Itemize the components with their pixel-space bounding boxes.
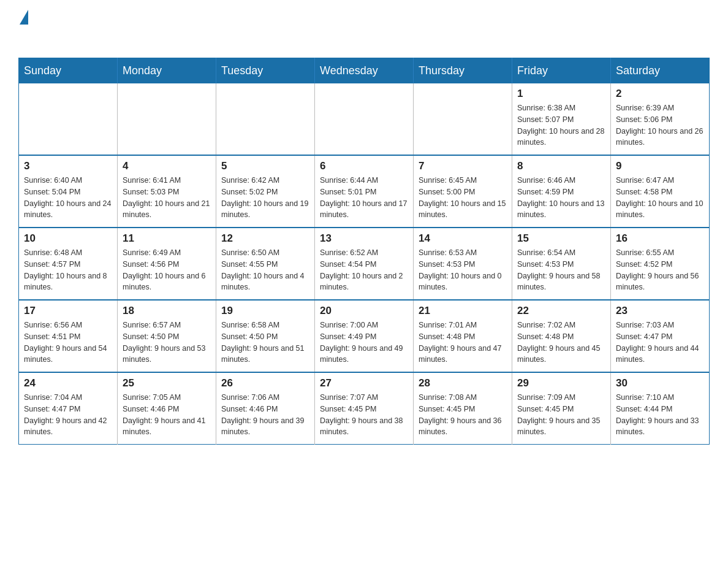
week-row-1: 1Sunrise: 6:38 AM Sunset: 5:07 PM Daylig… bbox=[19, 83, 710, 155]
day-number: 25 bbox=[123, 377, 211, 389]
calendar-cell: 19Sunrise: 6:58 AM Sunset: 4:50 PM Dayli… bbox=[216, 300, 315, 372]
day-info: Sunrise: 7:00 AM Sunset: 4:49 PM Dayligh… bbox=[320, 320, 408, 366]
day-info: Sunrise: 7:03 AM Sunset: 4:47 PM Dayligh… bbox=[616, 320, 704, 366]
logo bbox=[18, 12, 28, 47]
day-info: Sunrise: 7:02 AM Sunset: 4:48 PM Dayligh… bbox=[517, 320, 605, 366]
day-info: Sunrise: 6:57 AM Sunset: 4:50 PM Dayligh… bbox=[123, 320, 211, 366]
calendar-cell: 6Sunrise: 6:44 AM Sunset: 5:01 PM Daylig… bbox=[315, 155, 414, 228]
weekday-header-thursday: Thursday bbox=[414, 58, 512, 84]
day-info: Sunrise: 6:55 AM Sunset: 4:52 PM Dayligh… bbox=[616, 247, 704, 293]
day-info: Sunrise: 6:42 AM Sunset: 5:02 PM Dayligh… bbox=[221, 175, 309, 221]
week-row-2: 3Sunrise: 6:40 AM Sunset: 5:04 PM Daylig… bbox=[19, 155, 710, 228]
calendar-cell: 27Sunrise: 7:07 AM Sunset: 4:45 PM Dayli… bbox=[315, 372, 414, 445]
day-info: Sunrise: 6:50 AM Sunset: 4:55 PM Dayligh… bbox=[221, 247, 309, 293]
day-info: Sunrise: 6:53 AM Sunset: 4:53 PM Dayligh… bbox=[419, 247, 507, 293]
day-number: 4 bbox=[123, 160, 211, 172]
day-info: Sunrise: 6:40 AM Sunset: 5:04 PM Dayligh… bbox=[24, 175, 112, 221]
calendar-cell: 20Sunrise: 7:00 AM Sunset: 4:49 PM Dayli… bbox=[315, 300, 414, 372]
day-number: 24 bbox=[24, 377, 112, 389]
day-number: 29 bbox=[517, 377, 605, 389]
calendar-cell: 10Sunrise: 6:48 AM Sunset: 4:57 PM Dayli… bbox=[19, 228, 118, 300]
weekday-header-saturday: Saturday bbox=[611, 58, 710, 84]
day-number: 10 bbox=[24, 232, 112, 245]
weekday-header-row: SundayMondayTuesdayWednesdayThursdayFrid… bbox=[19, 58, 710, 84]
day-number: 9 bbox=[616, 160, 704, 172]
calendar-cell: 23Sunrise: 7:03 AM Sunset: 4:47 PM Dayli… bbox=[611, 300, 710, 372]
day-info: Sunrise: 6:47 AM Sunset: 4:58 PM Dayligh… bbox=[616, 175, 704, 221]
day-info: Sunrise: 6:48 AM Sunset: 4:57 PM Dayligh… bbox=[24, 247, 112, 293]
day-number: 8 bbox=[517, 160, 605, 172]
day-number: 18 bbox=[123, 305, 211, 317]
day-info: Sunrise: 7:01 AM Sunset: 4:48 PM Dayligh… bbox=[419, 320, 507, 366]
day-info: Sunrise: 6:41 AM Sunset: 5:03 PM Dayligh… bbox=[123, 175, 211, 221]
week-row-4: 17Sunrise: 6:56 AM Sunset: 4:51 PM Dayli… bbox=[19, 300, 710, 372]
day-number: 5 bbox=[221, 160, 309, 172]
day-number: 17 bbox=[24, 305, 112, 317]
calendar-cell bbox=[414, 83, 512, 155]
calendar-cell: 15Sunrise: 6:54 AM Sunset: 4:53 PM Dayli… bbox=[512, 228, 611, 300]
day-number: 21 bbox=[419, 305, 507, 317]
day-number: 23 bbox=[616, 305, 704, 317]
day-info: Sunrise: 7:07 AM Sunset: 4:45 PM Dayligh… bbox=[320, 392, 408, 438]
day-number: 6 bbox=[320, 160, 408, 172]
day-number: 19 bbox=[221, 305, 309, 317]
calendar-cell: 29Sunrise: 7:09 AM Sunset: 4:45 PM Dayli… bbox=[512, 372, 611, 445]
day-number: 30 bbox=[616, 377, 704, 389]
day-info: Sunrise: 7:08 AM Sunset: 4:45 PM Dayligh… bbox=[419, 392, 507, 438]
day-info: Sunrise: 7:04 AM Sunset: 4:47 PM Dayligh… bbox=[24, 392, 112, 438]
calendar-cell: 13Sunrise: 6:52 AM Sunset: 4:54 PM Dayli… bbox=[315, 228, 414, 300]
day-info: Sunrise: 6:56 AM Sunset: 4:51 PM Dayligh… bbox=[24, 320, 112, 366]
day-info: Sunrise: 7:06 AM Sunset: 4:46 PM Dayligh… bbox=[221, 392, 309, 438]
calendar-cell: 1Sunrise: 6:38 AM Sunset: 5:07 PM Daylig… bbox=[512, 83, 611, 155]
calendar-cell: 14Sunrise: 6:53 AM Sunset: 4:53 PM Dayli… bbox=[414, 228, 512, 300]
calendar-cell: 18Sunrise: 6:57 AM Sunset: 4:50 PM Dayli… bbox=[118, 300, 216, 372]
day-number: 14 bbox=[419, 232, 507, 245]
calendar-cell bbox=[216, 83, 315, 155]
day-info: Sunrise: 6:54 AM Sunset: 4:53 PM Dayligh… bbox=[517, 247, 605, 293]
calendar-cell: 28Sunrise: 7:08 AM Sunset: 4:45 PM Dayli… bbox=[414, 372, 512, 445]
logo-triangle-icon bbox=[20, 10, 28, 25]
calendar-cell: 12Sunrise: 6:50 AM Sunset: 4:55 PM Dayli… bbox=[216, 228, 315, 300]
week-row-3: 10Sunrise: 6:48 AM Sunset: 4:57 PM Dayli… bbox=[19, 228, 710, 300]
day-info: Sunrise: 6:39 AM Sunset: 5:06 PM Dayligh… bbox=[616, 102, 704, 148]
calendar-cell: 5Sunrise: 6:42 AM Sunset: 5:02 PM Daylig… bbox=[216, 155, 315, 228]
day-number: 22 bbox=[517, 305, 605, 317]
day-info: Sunrise: 7:10 AM Sunset: 4:44 PM Dayligh… bbox=[616, 392, 704, 438]
day-number: 1 bbox=[517, 88, 605, 100]
day-number: 16 bbox=[616, 232, 704, 245]
day-info: Sunrise: 6:44 AM Sunset: 5:01 PM Dayligh… bbox=[320, 175, 408, 221]
calendar-cell: 30Sunrise: 7:10 AM Sunset: 4:44 PM Dayli… bbox=[611, 372, 710, 445]
day-number: 2 bbox=[616, 88, 704, 100]
day-number: 27 bbox=[320, 377, 408, 389]
day-info: Sunrise: 6:49 AM Sunset: 4:56 PM Dayligh… bbox=[123, 247, 211, 293]
calendar-cell: 2Sunrise: 6:39 AM Sunset: 5:06 PM Daylig… bbox=[611, 83, 710, 155]
calendar-cell bbox=[315, 83, 414, 155]
day-number: 15 bbox=[517, 232, 605, 245]
day-info: Sunrise: 6:45 AM Sunset: 5:00 PM Dayligh… bbox=[419, 175, 507, 221]
day-info: Sunrise: 6:46 AM Sunset: 4:59 PM Dayligh… bbox=[517, 175, 605, 221]
day-number: 20 bbox=[320, 305, 408, 317]
calendar-cell: 24Sunrise: 7:04 AM Sunset: 4:47 PM Dayli… bbox=[19, 372, 118, 445]
calendar-cell: 22Sunrise: 7:02 AM Sunset: 4:48 PM Dayli… bbox=[512, 300, 611, 372]
calendar-cell: 4Sunrise: 6:41 AM Sunset: 5:03 PM Daylig… bbox=[118, 155, 216, 228]
day-info: Sunrise: 6:52 AM Sunset: 4:54 PM Dayligh… bbox=[320, 247, 408, 293]
page-header bbox=[18, 12, 710, 47]
calendar-cell: 8Sunrise: 6:46 AM Sunset: 4:59 PM Daylig… bbox=[512, 155, 611, 228]
calendar-cell: 16Sunrise: 6:55 AM Sunset: 4:52 PM Dayli… bbox=[611, 228, 710, 300]
calendar-cell: 11Sunrise: 6:49 AM Sunset: 4:56 PM Dayli… bbox=[118, 228, 216, 300]
day-number: 26 bbox=[221, 377, 309, 389]
week-row-5: 24Sunrise: 7:04 AM Sunset: 4:47 PM Dayli… bbox=[19, 372, 710, 445]
day-info: Sunrise: 7:09 AM Sunset: 4:45 PM Dayligh… bbox=[517, 392, 605, 438]
day-number: 3 bbox=[24, 160, 112, 172]
weekday-header-tuesday: Tuesday bbox=[216, 58, 315, 84]
day-number: 12 bbox=[221, 232, 309, 245]
calendar-cell bbox=[118, 83, 216, 155]
day-number: 13 bbox=[320, 232, 408, 245]
calendar-cell: 26Sunrise: 7:06 AM Sunset: 4:46 PM Dayli… bbox=[216, 372, 315, 445]
calendar-cell: 9Sunrise: 6:47 AM Sunset: 4:58 PM Daylig… bbox=[611, 155, 710, 228]
calendar-cell: 3Sunrise: 6:40 AM Sunset: 5:04 PM Daylig… bbox=[19, 155, 118, 228]
calendar-cell: 17Sunrise: 6:56 AM Sunset: 4:51 PM Dayli… bbox=[19, 300, 118, 372]
calendar-cell: 25Sunrise: 7:05 AM Sunset: 4:46 PM Dayli… bbox=[118, 372, 216, 445]
weekday-header-monday: Monday bbox=[118, 58, 216, 84]
day-info: Sunrise: 6:38 AM Sunset: 5:07 PM Dayligh… bbox=[517, 102, 605, 148]
